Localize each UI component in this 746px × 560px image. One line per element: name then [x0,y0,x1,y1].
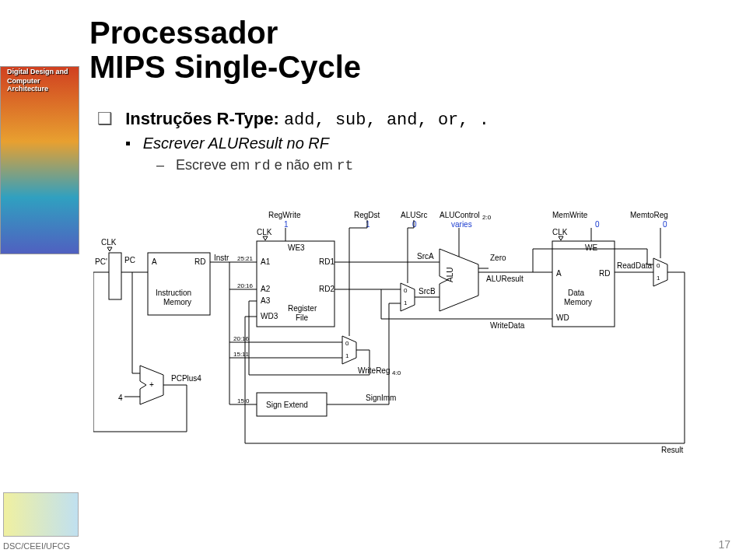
lbl-im-rd: RD [194,257,205,266]
clk-tri-pc [107,247,112,251]
lbl-a1: A1 [261,257,271,266]
logo-text-2: Computer Architecture [7,78,79,93]
bits-2521: 25:21 [237,255,254,262]
lbl-clk-rf: CLK [257,228,272,236]
lbl-srca: SrcA [417,252,434,261]
bits-1511: 15:11 [233,351,250,358]
page-title: Processador MIPS Single-Cycle [89,16,361,84]
lbl-aluctrl: ALUControl [440,211,480,219]
lbl-writedata: WriteData [490,321,525,330]
title-line-1: Processador [89,16,278,50]
lbl-regwrite: RegWrite [268,211,301,219]
lbl-rf-1: Register [288,304,317,313]
lbl-writereg-sub: 4:0 [392,369,401,376]
lbl-we: WE [585,243,597,252]
val-regwrite: 1 [284,220,289,229]
lbl-we3: WE3 [288,243,305,252]
bits-2016b: 20:16 [233,335,250,342]
lbl-instr: Instr [214,254,229,262]
lbl-rd1: RD1 [319,257,334,266]
lbl-clk-dm: CLK [552,228,568,236]
footer-left: DSC/CEEI/UFCG [3,541,70,551]
lbl-a2: A2 [261,285,271,293]
mux-as-0: 0 [404,287,408,294]
lbl-writereg: WriteReg [358,366,391,375]
lbl-dm-a: A [556,269,562,278]
datapath-diagram: RegWrite 1 RegDst 1 ALUSrc 0 ALUControl … [93,202,716,474]
bullet-list: Instruções R-Type: add, sub, and, or, . … [97,109,489,178]
val-regdst: 1 [366,220,370,229]
clk-tri-dm [559,236,563,240]
page-number: 17 [718,538,730,551]
lbl-signimm: SignImm [366,394,396,402]
lbl-signext: Sign Extend [266,401,308,409]
mux-rd-0: 0 [345,340,349,347]
lbl-memwrite: MemWrite [552,211,588,219]
lbl-srcb: SrcB [419,287,436,296]
book-cover-logo: Digital Design and Computer Architecture [0,66,79,254]
lbl-rd2: RD2 [319,285,334,293]
lbl-dm-1: Data [568,289,585,297]
bullet-sub1: Escrever ALUResult no RF [125,135,489,152]
mux-mr-1: 1 [657,275,660,282]
lbl-result: Result [661,446,684,454]
lbl-a3: A3 [261,296,271,305]
lbl-plus: + [149,380,154,389]
lbl-memtoreg: MemtoReg [630,211,668,219]
title-line-2: MIPS Single-Cycle [89,50,361,84]
val-memwrite: 0 [595,220,600,229]
val-aluctrl: varies [451,220,472,229]
lbl-im-2: Memory [163,298,191,306]
lbl-dm-wd: WD [556,313,569,322]
logo-text-1: Digital Design and [7,68,68,76]
bullet-sub2: Escreve em rd e não em rt [156,157,489,173]
alusrc-mux [401,283,415,311]
clk-tri-rf [263,236,268,240]
lbl-pcp: PC' [95,257,107,266]
lbl-pc: PC [124,256,135,264]
lbl-rf-2: File [296,313,309,322]
lbl-dm-2: Memory [564,298,592,306]
mux-rd-1: 1 [345,352,349,359]
lbl-alu: ALU [446,268,454,282]
lbl-im-a: A [152,257,157,266]
bullet-main-text: Instruções R-Type: [125,109,279,128]
val-memtoreg: 0 [663,220,667,229]
lbl-four: 4 [118,394,123,402]
mux-as-1: 1 [404,299,408,306]
lbl-im-1: Instruction [156,289,191,297]
lbl-regdst: RegDst [354,211,380,219]
regdst-mux [342,336,356,364]
memtoreg-mux [653,258,667,286]
footer-book-image [3,492,79,537]
bits-150: 15:0 [237,397,250,404]
pc-register [109,253,121,299]
bits-2016: 20:16 [237,282,254,289]
lbl-wd3: WD3 [261,312,278,320]
lbl-aluctrl-sub: 2:0 [482,214,492,221]
val-alusrc: 0 [412,220,417,229]
mux-mr-0: 0 [657,262,660,269]
lbl-pcplus4: PCPlus4 [171,374,201,383]
bullet-main: Instruções R-Type: add, sub, and, or, . [97,109,489,130]
bullet-main-code: add, sub, and, or, . [284,110,489,130]
lbl-clk-pc: CLK [101,238,117,247]
lbl-zero: Zero [490,254,506,262]
lbl-dm-rd: RD [599,269,610,278]
lbl-aluresult: ALUResult [486,275,524,283]
lbl-alusrc: ALUSrc [401,211,427,219]
